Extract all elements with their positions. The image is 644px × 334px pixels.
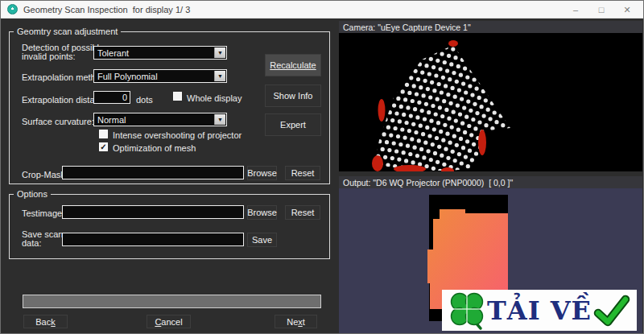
watermark-overlay: TẢI VỀ xyxy=(442,290,637,331)
cancel-label-mnemonic: C xyxy=(155,317,161,327)
maximize-button[interactable]: □ xyxy=(588,1,614,19)
detection-value: Tolerant xyxy=(97,48,129,58)
mesh-checkbox[interactable]: ✓ xyxy=(99,142,108,151)
cancel-label: ancel xyxy=(161,317,182,327)
camera-label: Camera: "uEye Capture Device 1" xyxy=(339,21,642,33)
testimage-input[interactable] xyxy=(62,205,244,219)
window-title: Geometry Scan Inspection for display 1/ … xyxy=(23,5,190,14)
cancel-button[interactable]: Cancel xyxy=(147,315,191,328)
progress-bar xyxy=(23,295,321,308)
group-options: Options xyxy=(9,194,330,259)
whole-display-label: Whole display xyxy=(187,93,242,103)
testimage-reset-button[interactable]: Reset xyxy=(285,205,320,220)
testimage-label: Testimage: xyxy=(22,208,64,218)
geometry-scan-dialog: Geometry Scan Inspection for display 1/ … xyxy=(0,0,644,334)
group-legend: Options xyxy=(14,189,51,199)
titlebar: Geometry Scan Inspection for display 1/ … xyxy=(1,1,643,19)
close-button[interactable]: ✕ xyxy=(614,1,640,19)
clover-icon xyxy=(448,291,485,331)
detection-label-line2: invalid points: xyxy=(22,52,76,61)
back-label: Bac xyxy=(35,317,51,327)
camera-preview xyxy=(339,33,642,171)
app-icon xyxy=(7,4,18,14)
next-label-end: t xyxy=(303,317,305,327)
window-controls: – □ ✕ xyxy=(563,1,640,19)
crop-mask-reset-button[interactable]: Reset xyxy=(285,166,320,180)
extrapolation-method-value: Full Polynomial xyxy=(97,72,158,81)
dots-unit-label: dots xyxy=(136,95,153,105)
watermark-text: TẢI VỀ xyxy=(487,295,592,326)
testimage-browse-button[interactable]: Browse xyxy=(247,205,277,220)
recalculate-button[interactable]: Recalculate xyxy=(265,54,321,76)
back-button[interactable]: Back xyxy=(23,315,68,328)
show-info-button[interactable]: Show Info xyxy=(265,85,321,107)
surface-curvature-label: Surface curvature: xyxy=(22,117,94,126)
checkmark-icon xyxy=(593,294,630,328)
expert-button[interactable]: Expert xyxy=(265,113,321,136)
overshoot-label: Intense overshooting of projector xyxy=(113,130,242,140)
detection-combobox[interactable]: Tolerant ▼ xyxy=(93,46,227,60)
mesh-label: Optimization of mesh xyxy=(113,143,196,153)
next-label: Ne xyxy=(287,317,298,327)
minimize-button[interactable]: – xyxy=(563,1,588,19)
group-legend: Geomtry scan adjustment xyxy=(14,27,121,36)
save-button[interactable]: Save xyxy=(247,233,277,247)
crop-mask-input[interactable] xyxy=(62,166,244,179)
check-icon: ✓ xyxy=(100,142,106,151)
save-scan-input[interactable] xyxy=(62,233,244,246)
overshoot-checkbox[interactable] xyxy=(99,130,108,138)
chevron-down-icon[interactable]: ▼ xyxy=(214,71,225,81)
next-button[interactable]: Next xyxy=(275,315,317,328)
surface-curvature-combobox[interactable]: Normal ▼ xyxy=(93,113,227,126)
camera-dot-pattern xyxy=(339,33,642,171)
extrapolation-distance-input[interactable] xyxy=(93,91,130,104)
output-label: Output: "D6 WQ Projector (PNP0000) [ 0,0… xyxy=(339,176,642,188)
surface-curvature-value: Normal xyxy=(97,115,126,125)
crop-mask-label: Crop-Mask: xyxy=(22,170,68,179)
extrapolation-method-combobox[interactable]: Full Polynomial ▼ xyxy=(93,69,227,83)
whole-display-checkbox[interactable] xyxy=(173,92,182,101)
save-scan-label-line2: data: xyxy=(22,238,41,248)
chevron-down-icon[interactable]: ▼ xyxy=(214,114,225,125)
back-label-mnemonic: k xyxy=(51,317,56,327)
chevron-down-icon[interactable]: ▼ xyxy=(214,47,225,58)
crop-mask-browse-button[interactable]: Browse xyxy=(247,166,277,180)
